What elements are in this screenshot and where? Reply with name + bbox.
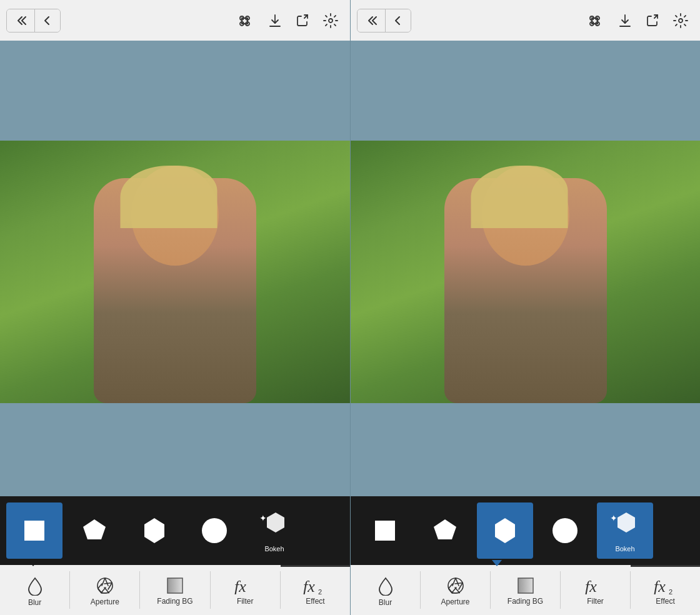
panel-right: ✦ Bokeh Blur xyxy=(350,0,700,615)
panel-left: ✦ Bokeh Blur xyxy=(0,0,350,615)
svg-line-21 xyxy=(108,582,112,589)
effect-label-left: Effect xyxy=(306,597,324,606)
person-area-left xyxy=(69,166,281,403)
hexagon-icon-left xyxy=(138,514,171,547)
photo-container-right xyxy=(351,141,700,403)
tab-effect-left[interactable]: fx 2 Effect xyxy=(281,565,350,615)
settings-icon-left[interactable] xyxy=(318,8,344,34)
tab-filter-left[interactable]: fx Filter xyxy=(211,565,280,615)
svg-marker-48 xyxy=(618,512,635,532)
svg-marker-45 xyxy=(495,518,515,543)
svg-rect-60 xyxy=(518,578,533,593)
top-padding-right xyxy=(351,41,700,72)
shape-bokeh-right[interactable]: ✦ Bokeh xyxy=(597,502,653,559)
shape-square-right[interactable] xyxy=(357,502,413,559)
svg-text:fx: fx xyxy=(585,578,597,594)
svg-text:fx: fx xyxy=(303,578,315,594)
svg-text:fx: fx xyxy=(234,578,246,594)
aperture-icon-left xyxy=(96,576,114,595)
tab-aperture-left[interactable]: Aperture xyxy=(70,565,139,615)
bokeh-icon-right: ✦ xyxy=(609,509,641,541)
top-padding-left xyxy=(0,41,350,72)
pentagon-icon-left xyxy=(78,514,111,547)
nav-group-right xyxy=(357,9,411,32)
pentagon-icon-right xyxy=(429,514,461,547)
svg-point-10 xyxy=(329,19,332,22)
fading-bg-icon-right xyxy=(517,577,534,594)
tab-blur-left[interactable]: Blur xyxy=(0,565,69,615)
tab-effect-right[interactable]: fx 2 Effect xyxy=(631,565,700,615)
tab-filter-right[interactable]: fx Filter xyxy=(561,565,630,615)
svg-line-59 xyxy=(448,588,452,593)
share-icon-left[interactable] xyxy=(290,8,315,33)
svg-line-53 xyxy=(459,582,462,589)
shape-hexagon-right[interactable] xyxy=(477,502,533,559)
svg-marker-13 xyxy=(144,518,164,543)
shape-square-left[interactable] xyxy=(6,502,62,559)
share-icon-right[interactable] xyxy=(640,8,665,33)
svg-line-20 xyxy=(104,582,112,584)
download-icon-left[interactable] xyxy=(262,8,288,33)
svg-line-19 xyxy=(105,578,108,586)
fading-bg-label-right: Fading BG xyxy=(508,597,543,606)
shape-hexagon-left[interactable] xyxy=(126,502,182,559)
svg-rect-28 xyxy=(168,578,182,593)
toolbar-left xyxy=(0,0,350,41)
blur-icon-right xyxy=(377,576,394,596)
video-icon-right[interactable] xyxy=(581,8,610,33)
tab-fading-bg-right[interactable]: Fading BG xyxy=(491,565,560,615)
square-icon-left xyxy=(18,514,51,547)
svg-point-46 xyxy=(552,518,578,543)
fading-bg-icon-left xyxy=(166,577,184,594)
circle-icon-right xyxy=(549,514,581,547)
tab-aperture-right[interactable]: Aperture xyxy=(421,565,490,615)
shape-pentagon-left[interactable] xyxy=(66,502,122,559)
hexagon-icon-right xyxy=(489,514,521,547)
back-double-right[interactable] xyxy=(358,9,385,32)
svg-text:2: 2 xyxy=(318,588,322,594)
fading-bg-label-left: Fading BG xyxy=(157,597,192,606)
blur-label-right: Blur xyxy=(379,598,392,607)
filter-icon-right: fx xyxy=(585,577,606,594)
filter-label-right: Filter xyxy=(587,597,604,606)
blur-label-left: Blur xyxy=(28,598,41,607)
circle-icon-left xyxy=(198,514,231,547)
effect-icon-left: fx 2 xyxy=(303,577,327,594)
back-single-right[interactable] xyxy=(385,9,411,32)
svg-text:2: 2 xyxy=(669,588,672,594)
svg-line-52 xyxy=(455,582,462,584)
tab-blur-right[interactable]: Blur xyxy=(351,565,420,615)
back-single-left[interactable] xyxy=(34,9,60,32)
shape-circle-left[interactable] xyxy=(186,502,242,559)
shape-bokeh-left[interactable]: ✦ Bokeh xyxy=(246,502,302,559)
shape-pentagon-right[interactable] xyxy=(417,502,473,559)
settings-icon-right[interactable] xyxy=(668,8,694,34)
bottom-padding-left xyxy=(0,471,350,496)
bokeh-label-left: Bokeh xyxy=(264,545,284,552)
tab-bar-right: Blur Aperture xyxy=(351,565,700,615)
image-area-left xyxy=(0,72,350,471)
effect-label-right: Effect xyxy=(656,597,674,606)
svg-text:✦: ✦ xyxy=(259,513,267,523)
blur-icon-left xyxy=(26,576,44,596)
bokeh-icon-left: ✦ xyxy=(258,509,291,541)
svg-line-50 xyxy=(452,578,456,586)
video-icon-left[interactable] xyxy=(231,8,260,33)
bottom-padding-right xyxy=(351,471,700,496)
svg-line-55 xyxy=(452,592,459,593)
square-icon-right xyxy=(369,514,401,547)
download-icon-right[interactable] xyxy=(612,8,638,33)
svg-line-27 xyxy=(98,588,102,593)
svg-marker-12 xyxy=(83,519,106,539)
photo-container-left xyxy=(0,141,350,403)
filter-icon-left: fx xyxy=(234,577,256,594)
shape-arrow-left xyxy=(28,560,38,566)
shape-circle-right[interactable] xyxy=(537,502,593,559)
svg-text:✦: ✦ xyxy=(610,513,618,523)
svg-rect-11 xyxy=(24,521,44,541)
aperture-icon-right xyxy=(446,576,465,595)
back-double-left[interactable] xyxy=(7,9,34,32)
tab-fading-bg-left[interactable]: Fading BG xyxy=(140,565,209,615)
svg-line-56 xyxy=(451,588,456,593)
tab-bar-left: Blur Aperture xyxy=(0,565,350,615)
